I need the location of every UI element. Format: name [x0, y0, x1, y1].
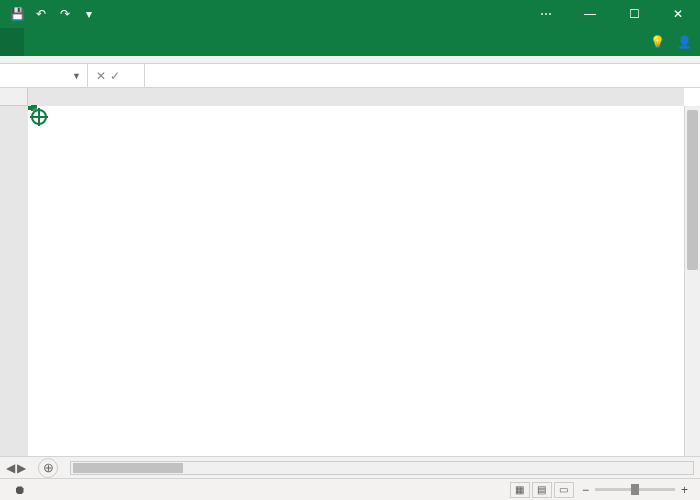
add-sheet-button[interactable]: ⊕ [38, 458, 58, 478]
formula-bar: ▼ ✕ ✓ [0, 64, 700, 88]
vertical-scrollbar[interactable] [684, 106, 700, 456]
close-icon[interactable]: ✕ [656, 0, 700, 28]
row-headers [0, 106, 28, 456]
tab-view[interactable] [168, 28, 192, 56]
minimize-icon[interactable]: — [568, 0, 612, 28]
tab-review[interactable] [144, 28, 168, 56]
tab-data[interactable] [120, 28, 144, 56]
quick-access-toolbar: 💾 ↶ ↷ ▾ [0, 3, 106, 25]
view-buttons: ▦ ▤ ▭ [510, 482, 574, 498]
redo-icon[interactable]: ↷ [54, 3, 76, 25]
grid-area [0, 88, 700, 456]
tab-insert[interactable] [48, 28, 72, 56]
cells[interactable] [28, 106, 684, 456]
formula-input[interactable] [145, 64, 700, 87]
zoom-in-button[interactable]: + [681, 483, 688, 497]
tab-layout[interactable] [72, 28, 96, 56]
zoom-out-button[interactable]: − [582, 483, 589, 497]
select-all-corner[interactable] [0, 88, 28, 106]
maximize-icon[interactable]: ☐ [612, 0, 656, 28]
tab-file[interactable] [0, 28, 24, 56]
zoom-control: − + [582, 483, 694, 497]
qat-dropdown-icon[interactable]: ▾ [78, 3, 100, 25]
window-controls: ⋯ — ☐ ✕ [524, 0, 700, 28]
tab-developer[interactable] [192, 28, 216, 56]
tab-formulas[interactable] [96, 28, 120, 56]
save-icon[interactable]: 💾 [6, 3, 28, 25]
name-box[interactable]: ▼ [0, 64, 88, 87]
page-break-view-icon[interactable]: ▭ [554, 482, 574, 498]
ribbon-options-icon[interactable]: ⋯ [524, 0, 568, 28]
cancel-icon[interactable]: ✕ [96, 69, 106, 83]
horizontal-scrollbar[interactable] [70, 461, 694, 475]
scrollbar-thumb[interactable] [687, 110, 698, 270]
tell-me[interactable]: 💡 [650, 35, 665, 49]
cell-cursor-icon [28, 106, 50, 128]
page-layout-view-icon[interactable]: ▤ [532, 482, 552, 498]
column-headers [28, 88, 684, 106]
tab-nav: ◀ ▶ [0, 461, 32, 475]
tab-home[interactable] [24, 28, 48, 56]
ribbon-body-collapsed [0, 56, 700, 64]
zoom-knob[interactable] [631, 484, 639, 495]
status-bar: ⏺ ▦ ▤ ▭ − + [0, 478, 700, 500]
enter-icon[interactable]: ✓ [110, 69, 120, 83]
tab-prev-icon[interactable]: ◀ [6, 461, 15, 475]
tab-next-icon[interactable]: ▶ [17, 461, 26, 475]
chevron-down-icon[interactable]: ▼ [72, 71, 81, 81]
macro-record-icon[interactable]: ⏺ [14, 483, 26, 497]
title-bar: 💾 ↶ ↷ ▾ ⋯ — ☐ ✕ [0, 0, 700, 28]
ribbon-tabs: 💡 👤 [0, 28, 700, 56]
normal-view-icon[interactable]: ▦ [510, 482, 530, 498]
zoom-slider[interactable] [595, 488, 675, 491]
share-button[interactable]: 👤 [677, 35, 692, 49]
formula-buttons: ✕ ✓ [88, 64, 145, 87]
sheet-tabs-bar: ◀ ▶ ⊕ [0, 456, 700, 478]
undo-icon[interactable]: ↶ [30, 3, 52, 25]
scrollbar-thumb[interactable] [73, 463, 183, 473]
